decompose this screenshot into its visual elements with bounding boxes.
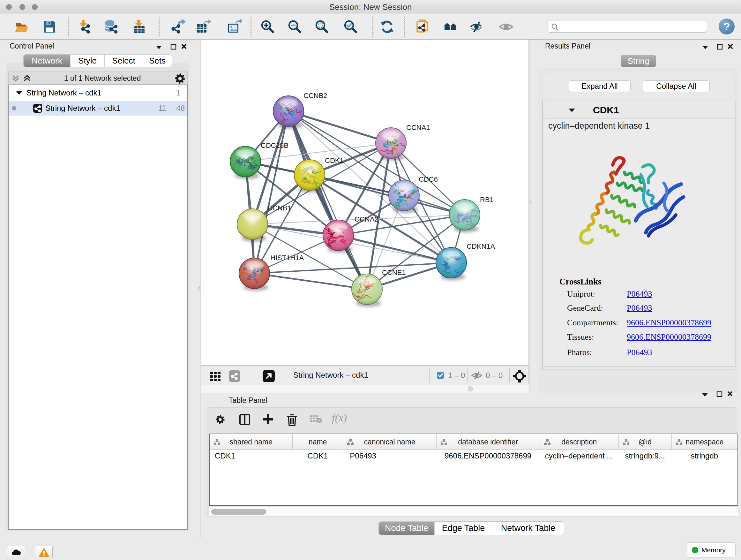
svg-text:CDC6: CDC6	[419, 175, 438, 183]
svg-text:RB1: RB1	[480, 196, 494, 204]
svg-text:CCNA2: CCNA2	[354, 215, 379, 223]
svg-text:CCNA1: CCNA1	[406, 124, 430, 132]
svg-text:CCNE1: CCNE1	[382, 268, 406, 276]
svg-text:HIST1H1A: HIST1H1A	[270, 254, 304, 262]
svg-text:CCNB2: CCNB2	[304, 91, 327, 100]
svg-text:CDC25B: CDC25B	[261, 141, 288, 149]
svg-text:CDK1: CDK1	[325, 157, 344, 165]
svg-text:CCNB1: CCNB1	[267, 204, 291, 212]
svg-text:CDKN1A: CDKN1A	[467, 242, 495, 250]
